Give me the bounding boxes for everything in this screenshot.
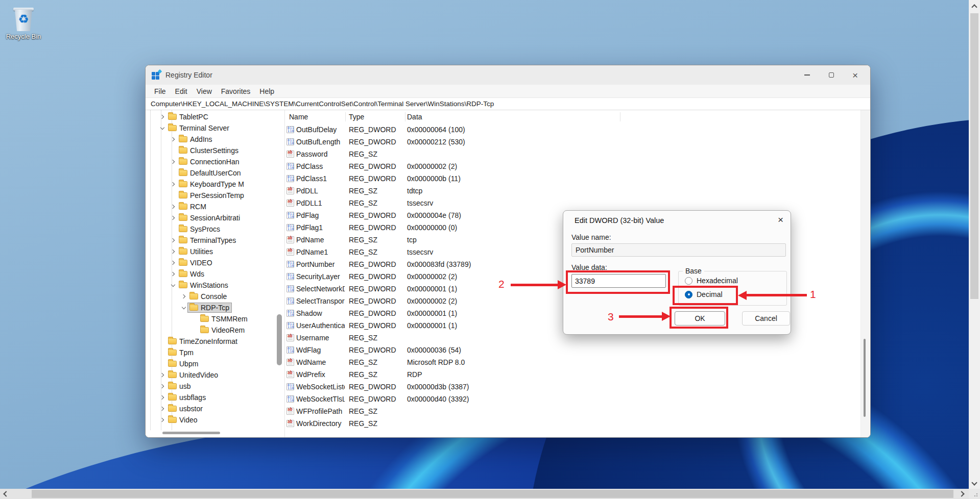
menu-file[interactable]: File: [150, 86, 171, 96]
tree-item-inner[interactable]: Console: [187, 291, 229, 302]
value-row-websocketlisten[interactable]: WebSocketListen...REG_DWORD0x00000d3b (3…: [285, 381, 870, 393]
chevron-right-icon[interactable]: [170, 259, 177, 266]
recycle-bin[interactable]: ♻ Recycle Bin: [5, 5, 42, 40]
address-bar[interactable]: Computer\HKEY_LOCAL_MACHINE\SYSTEM\Curre…: [146, 98, 870, 110]
tree-item-inner[interactable]: AddIns: [177, 134, 215, 144]
tree-item-rcm[interactable]: RCM: [146, 201, 284, 212]
tree-item-inner[interactable]: usb: [166, 381, 194, 391]
chevron-right-icon[interactable]: [170, 158, 177, 165]
maximize-button[interactable]: [819, 65, 843, 85]
chevron-right-icon[interactable]: [170, 248, 177, 255]
tree-item-clustersettings[interactable]: ClusterSettings: [146, 145, 284, 156]
tree-item-terminal-server[interactable]: Terminal Server: [146, 122, 284, 134]
tree-item-inner[interactable]: UnitedVideo: [166, 370, 221, 380]
chevron-down-icon[interactable]: [159, 124, 166, 132]
value-row-websockettlslis[interactable]: WebSocketTlsLis...REG_DWORD0x00000d40 (3…: [285, 393, 870, 405]
tree-item-video[interactable]: Video: [146, 414, 284, 426]
tree-item-unitedvideo[interactable]: UnitedVideo: [146, 369, 284, 381]
chevron-right-icon[interactable]: [170, 181, 177, 188]
chevron-right-icon[interactable]: [170, 270, 177, 278]
radio-hexadecimal-circle[interactable]: [685, 277, 692, 285]
radio-decimal[interactable]: Decimal: [685, 290, 723, 298]
tree-item-inner[interactable]: Video: [166, 415, 200, 425]
value-row-outbufdelay[interactable]: OutBufDelayREG_DWORD0x00000064 (100): [285, 123, 870, 136]
tree-item-defaultusercon[interactable]: DefaultUserCon: [146, 167, 284, 179]
column-separator[interactable]: [405, 112, 405, 121]
viewer-horizontal-scrollbar[interactable]: [0, 489, 969, 499]
column-separator[interactable]: [345, 112, 346, 121]
menu-edit[interactable]: Edit: [171, 86, 192, 96]
tree-item-terminaltypes[interactable]: TerminalTypes: [146, 235, 284, 246]
tree-item-inner[interactable]: VIDEO: [177, 258, 215, 268]
column-header-type[interactable]: Type: [349, 113, 364, 121]
chevron-right-icon[interactable]: [159, 394, 166, 401]
chevron-right-icon[interactable]: [170, 203, 177, 210]
menu-view[interactable]: View: [192, 86, 217, 96]
value-row-password[interactable]: PasswordREG_SZ: [285, 148, 870, 160]
tree-item-inner[interactable]: KeyboardType M: [177, 179, 247, 189]
scroll-up-icon[interactable]: [971, 4, 977, 10]
chevron-right-icon[interactable]: [170, 214, 177, 221]
value-row-wdname[interactable]: WdNameREG_SZMicrosoft RDP 8.0: [285, 356, 870, 368]
tree-item-sysprocs[interactable]: SysProcs: [146, 223, 284, 235]
tree-item-inner[interactable]: ConnectionHan: [177, 157, 242, 167]
title-bar[interactable]: Registry Editor ×: [146, 65, 870, 85]
value-row-workdirectory[interactable]: WorkDirectoryREG_SZ: [285, 417, 870, 430]
chevron-down-icon[interactable]: [180, 304, 187, 311]
radio-hexadecimal[interactable]: Hexadecimal: [685, 277, 738, 285]
tree-item-tpm[interactable]: Tpm: [146, 347, 284, 358]
minimize-button[interactable]: [795, 65, 819, 85]
value-row-outbuflength[interactable]: OutBufLengthREG_DWORD0x00000212 (530): [285, 136, 870, 148]
tree-item-inner[interactable]: TSMMRem: [198, 314, 250, 324]
column-header-name[interactable]: Name: [289, 113, 308, 121]
tree-item-timezoneinformat[interactable]: TimeZoneInformat: [146, 336, 284, 347]
tree-item-console[interactable]: Console: [146, 291, 284, 302]
viewer-horizontal-scrollbar-thumb[interactable]: [32, 490, 953, 498]
tree-item-inner[interactable]: Utilities: [177, 246, 216, 257]
tree-item-persessiontemp[interactable]: PerSessionTemp: [146, 190, 284, 201]
scroll-left-icon[interactable]: [3, 491, 9, 496]
tree-item-utilities[interactable]: Utilities: [146, 246, 284, 257]
viewer-vertical-scrollbar[interactable]: [969, 0, 980, 489]
tree-item-sessionarbitrati[interactable]: SessionArbitrati: [146, 212, 284, 223]
scroll-down-icon[interactable]: [971, 480, 977, 485]
tree-item-inner[interactable]: ClusterSettings: [177, 145, 241, 156]
chevron-right-icon[interactable]: [170, 136, 177, 143]
value-row-pdclass1[interactable]: PdClass1REG_DWORD0x0000000b (11): [285, 172, 870, 185]
menu-favorites[interactable]: Favorites: [217, 86, 255, 96]
tree-item-inner[interactable]: Ubpm: [166, 359, 201, 369]
tree-item-rdp-tcp[interactable]: RDP-Tcp: [146, 302, 284, 313]
tree-item-keyboardtype-m[interactable]: KeyboardType M: [146, 179, 284, 190]
tree-item-inner[interactable]: TimeZoneInformat: [166, 336, 240, 346]
ok-button[interactable]: OK: [675, 311, 725, 326]
tree-horizontal-scrollbar[interactable]: [162, 432, 220, 434]
tree-item-inner[interactable]: WinStations: [177, 280, 231, 290]
tree-item-inner[interactable]: SysProcs: [177, 224, 223, 234]
cancel-button[interactable]: Cancel: [742, 311, 790, 326]
tree-item-wds[interactable]: Wds: [146, 268, 284, 280]
value-row-pddll1[interactable]: PdDLL1REG_SZtssecsrv: [285, 197, 870, 209]
tree-item-connectionhan[interactable]: ConnectionHan: [146, 156, 284, 167]
value-row-wfprofilepath[interactable]: WFProfilePathREG_SZ: [285, 405, 870, 417]
viewer-vertical-scrollbar-thumb[interactable]: [970, 13, 978, 299]
value-name-field[interactable]: PortNumber: [571, 243, 786, 257]
tree-item-usbflags[interactable]: usbflags: [146, 392, 284, 403]
column-separator[interactable]: [620, 112, 620, 121]
tree-item-inner[interactable]: RCM: [177, 202, 209, 212]
dialog-close-icon[interactable]: ×: [778, 215, 783, 224]
tree-item-tsmmrem[interactable]: TSMMRem: [146, 313, 284, 325]
chevron-right-icon[interactable]: [159, 416, 166, 423]
tree-item-usbstor[interactable]: usbstor: [146, 403, 284, 414]
tree-item-inner[interactable]: DefaultUserCon: [177, 168, 244, 178]
chevron-right-icon[interactable]: [159, 113, 166, 120]
value-row-pddll[interactable]: PdDLLREG_SZtdtcp: [285, 185, 870, 197]
tree-vertical-scrollbar[interactable]: [277, 314, 282, 365]
chevron-right-icon[interactable]: [180, 293, 187, 300]
value-row-wdflag[interactable]: WdFlagREG_DWORD0x00000036 (54): [285, 344, 870, 356]
close-button[interactable]: ×: [843, 65, 867, 85]
menu-help[interactable]: Help: [255, 86, 279, 96]
tree-item-inner[interactable]: SessionArbitrati: [177, 213, 243, 223]
chevron-right-icon[interactable]: [159, 383, 166, 390]
tree-item-inner[interactable]: PerSessionTemp: [177, 190, 247, 201]
scroll-right-icon[interactable]: [959, 491, 964, 496]
